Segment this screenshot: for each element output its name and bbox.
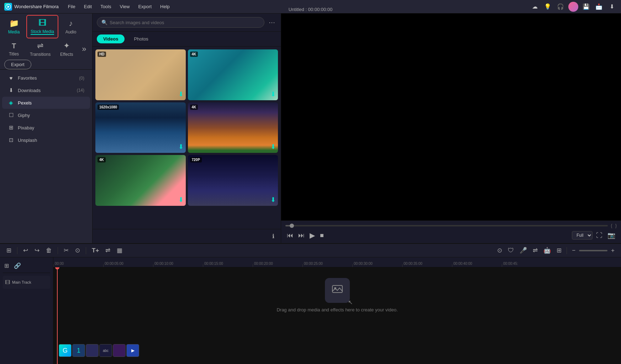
export-button[interactable]: Export bbox=[4, 60, 31, 69]
search-input-wrap[interactable]: 🔍 bbox=[97, 17, 264, 28]
unsplash-icon: ⊡ bbox=[8, 137, 14, 143]
save-icon[interactable]: 💾 bbox=[581, 2, 591, 12]
crop-button[interactable]: ⊞ bbox=[554, 245, 564, 256]
video-thumb-2[interactable]: 4K ⬇ bbox=[188, 49, 278, 100]
thumb-download-3[interactable]: ⬇ bbox=[178, 143, 184, 151]
step-back-button[interactable]: ⏮ bbox=[285, 230, 295, 241]
sidebar-item-unsplash[interactable]: ⊡ Unsplash bbox=[2, 134, 90, 146]
clip-thumb-1[interactable]: G bbox=[59, 344, 72, 357]
play-button[interactable]: ▶ bbox=[308, 230, 316, 241]
filter-videos[interactable]: Videos bbox=[97, 34, 125, 43]
shield-button[interactable]: 🛡 bbox=[506, 246, 516, 256]
info-button[interactable]: ℹ bbox=[270, 231, 277, 241]
playhead-dot bbox=[55, 267, 59, 269]
drop-icon: ↖ bbox=[325, 278, 350, 303]
video-thumb-5[interactable]: 4K ⬇ bbox=[95, 155, 186, 206]
sidebar-item-pexels[interactable]: ◈ Pexels bbox=[2, 97, 90, 109]
left-panel: 📁 Media 🎞 Stock Media ♪ Audio T Titles ⇌… bbox=[0, 14, 93, 243]
link-button[interactable]: 🔗 bbox=[12, 261, 22, 271]
ruler-line-0 bbox=[53, 264, 54, 267]
quality-select[interactable]: Full bbox=[572, 231, 593, 240]
tab-audio-label: Audio bbox=[65, 30, 77, 34]
delete-button[interactable]: 🗑 bbox=[44, 246, 54, 256]
clip-thumb-3[interactable] bbox=[86, 344, 99, 357]
menu-help[interactable]: Help bbox=[157, 2, 173, 11]
thumb-download-1[interactable]: ⬇ bbox=[178, 90, 184, 98]
camera-button[interactable]: 📷 bbox=[606, 230, 617, 241]
tab-titles[interactable]: T Titles bbox=[1, 39, 26, 59]
search-input[interactable] bbox=[110, 20, 260, 25]
waveform-button[interactable]: ▦ bbox=[115, 245, 125, 256]
stop-button[interactable]: ■ bbox=[319, 230, 325, 241]
lightbulb-icon[interactable]: 💡 bbox=[543, 2, 553, 12]
headphone-icon[interactable]: 🎧 bbox=[556, 2, 565, 12]
video-thumb-6[interactable]: 720P ⬇ bbox=[188, 155, 278, 206]
thumb-download-6[interactable]: ⬇ bbox=[270, 196, 276, 204]
undo-button[interactable]: ↩ bbox=[21, 245, 30, 256]
filter-photos[interactable]: Photos bbox=[127, 34, 154, 43]
zoom-in-button[interactable]: + bbox=[609, 246, 617, 255]
robot-button[interactable]: 🤖 bbox=[541, 245, 553, 256]
clip-thumb-2[interactable]: 1 bbox=[72, 344, 85, 357]
tab-titles-label: Titles bbox=[9, 52, 19, 57]
fullscreen-button[interactable]: ⛶ bbox=[595, 230, 604, 241]
thumb-badge-6: 720P bbox=[190, 157, 202, 162]
clip-thumb-5[interactable] bbox=[113, 344, 126, 357]
cut-button[interactable]: ✂ bbox=[62, 245, 71, 256]
video-thumb-1[interactable]: HD ⬇ bbox=[95, 49, 186, 100]
main-content: 📁 Media 🎞 Stock Media ♪ Audio T Titles ⇌… bbox=[0, 14, 621, 243]
tab-audio[interactable]: ♪ Audio bbox=[58, 16, 83, 37]
sidebar-item-pixabay[interactable]: ⊞ Pixabay bbox=[2, 122, 90, 134]
thumb-download-4[interactable]: ⬇ bbox=[270, 143, 276, 151]
ruler-mark-4: 00:00:20:00 bbox=[254, 262, 273, 266]
pixabay-label: Pixabay bbox=[18, 125, 84, 130]
app-logo: Wondershare Filmora bbox=[4, 3, 59, 11]
toolbar-divider-1 bbox=[17, 247, 17, 254]
cloud-icon[interactable]: ☁ bbox=[530, 2, 540, 12]
redo-button[interactable]: ↪ bbox=[32, 245, 42, 256]
menu-edit[interactable]: Edit bbox=[80, 2, 95, 11]
video-grid: HD ⬇ 4K ⬇ 1620x1080 ⬇ 4K ⬇ 4K ⬇ bbox=[93, 47, 281, 229]
grid-view-button[interactable]: ⊞ bbox=[4, 245, 14, 256]
more-tabs-button[interactable]: » bbox=[79, 43, 89, 55]
effects-icon: ✦ bbox=[63, 41, 70, 50]
step-forward-button[interactable]: ⏭ bbox=[297, 230, 306, 241]
thumb-download-2[interactable]: ⬇ bbox=[270, 90, 276, 98]
menu-tools[interactable]: Tools bbox=[97, 2, 115, 11]
progress-bar[interactable] bbox=[285, 225, 608, 226]
clip-thumb-6[interactable]: ▶ bbox=[126, 344, 139, 357]
tab-stock-media[interactable]: 🎞 Stock Media bbox=[26, 15, 58, 38]
tab-effects[interactable]: ✦ Effects bbox=[54, 38, 79, 60]
avatar[interactable] bbox=[568, 2, 578, 12]
adjust-button[interactable]: ⇌ bbox=[103, 245, 112, 256]
menu-export[interactable]: Export bbox=[135, 2, 155, 11]
text-button[interactable]: T+ bbox=[90, 246, 101, 256]
right-bracket: } bbox=[615, 223, 617, 228]
download-icon[interactable]: ⬇ bbox=[607, 2, 617, 12]
video-thumb-3[interactable]: 1620x1080 ⬇ bbox=[95, 102, 186, 153]
video-thumb-4[interactable]: 4K ⬇ bbox=[188, 102, 278, 153]
favorites-count: (0) bbox=[79, 76, 84, 81]
mixer-button[interactable]: ⇌ bbox=[531, 245, 540, 256]
menu-view[interactable]: View bbox=[116, 2, 133, 11]
clip-button[interactable]: ⊙ bbox=[73, 245, 82, 256]
mail-icon[interactable]: 📩 bbox=[594, 2, 604, 12]
sidebar-item-favorites[interactable]: ♥ Favorites (0) bbox=[2, 72, 90, 84]
zoom-out-button[interactable]: − bbox=[570, 246, 578, 255]
tab-transitions[interactable]: ⇌ Transitions bbox=[26, 38, 54, 60]
add-track-button[interactable]: ⊞ bbox=[3, 261, 10, 271]
sidebar-item-giphy[interactable]: ☐ Giphy bbox=[2, 109, 90, 121]
clip-thumb-4[interactable]: abc bbox=[99, 344, 112, 357]
ai-cutout-button[interactable]: ⊙ bbox=[495, 245, 504, 256]
mic-button[interactable]: 🎤 bbox=[517, 245, 529, 256]
tab-media[interactable]: 📁 Media bbox=[1, 16, 26, 37]
downloads-label: Downloads bbox=[18, 88, 73, 93]
grid-footer: ℹ bbox=[93, 229, 281, 243]
grid-options-button[interactable]: ⋯ bbox=[267, 17, 277, 28]
toolbar-divider-3 bbox=[86, 247, 86, 254]
thumb-download-5[interactable]: ⬇ bbox=[178, 196, 184, 204]
downloads-count: (14) bbox=[77, 88, 84, 93]
menu-file[interactable]: File bbox=[64, 2, 79, 11]
sidebar-item-downloads[interactable]: ⬇ Downloads (14) bbox=[2, 84, 90, 96]
ruler-mark-9: 00:00:45: bbox=[503, 262, 518, 266]
